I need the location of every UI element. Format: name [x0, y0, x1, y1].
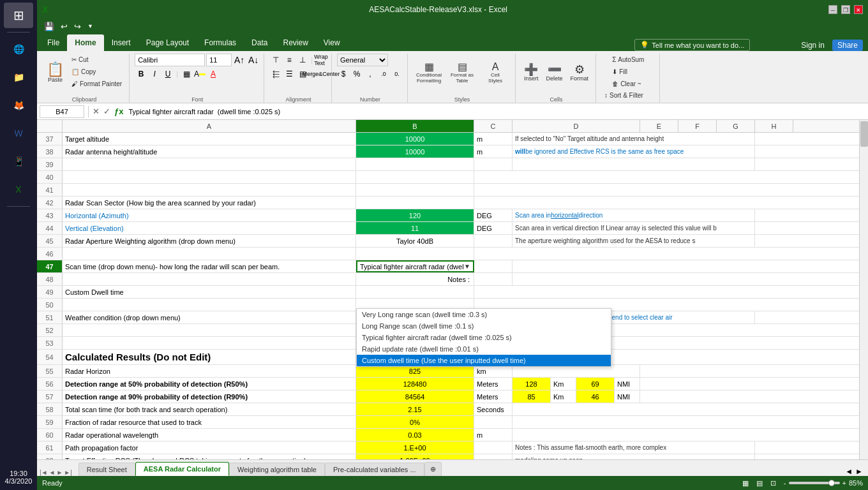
- cell-b40[interactable]: [356, 171, 474, 183]
- cell-b58[interactable]: 2.15: [356, 403, 474, 415]
- cell-a48[interactable]: [63, 273, 356, 285]
- row-num-49[interactable]: 49: [37, 286, 63, 298]
- sort-filter-btn[interactable]: ↕Sort & Filter: [601, 89, 647, 101]
- redo-quick-btn[interactable]: ↪: [72, 22, 83, 31]
- cell-a52[interactable]: [63, 324, 356, 336]
- row-num-61[interactable]: 61: [37, 442, 63, 454]
- zoom-thumb[interactable]: [828, 480, 835, 486]
- cell-b47[interactable]: Typical fighter aircraft radar (dwell ti…: [356, 260, 474, 272]
- cell-b62[interactable]: 1.00E+00: [356, 454, 474, 459]
- middle-align-btn[interactable]: ≡: [283, 54, 296, 66]
- cell-c39[interactable]: [474, 158, 513, 170]
- cell-d57[interactable]: 85: [513, 390, 551, 403]
- prev-area-btn[interactable]: ◄: [845, 467, 853, 476]
- page-break-view-btn[interactable]: ⊡: [770, 479, 776, 487]
- cell-c62[interactable]: sqm: [474, 454, 513, 459]
- cell-a46[interactable]: [63, 248, 356, 260]
- cell-a58[interactable]: Total scan time (for both track and sear…: [63, 403, 356, 415]
- cell-b60[interactable]: 0.03: [356, 429, 474, 441]
- cell-b45[interactable]: Taylor 40dB: [356, 235, 474, 247]
- border-button[interactable]: ▦: [180, 68, 193, 80]
- tab-formulas[interactable]: Formulas: [197, 34, 244, 51]
- paste-button[interactable]: 📋 Paste: [43, 54, 67, 92]
- tab-page-layout[interactable]: Page Layout: [138, 34, 197, 51]
- cell-g56[interactable]: NMI: [615, 378, 640, 390]
- row-num-41[interactable]: 41: [37, 184, 63, 196]
- cell-d43[interactable]: Scan area in horizontal direction: [513, 209, 755, 221]
- cell-a51[interactable]: Weather condition (drop down menu): [63, 311, 356, 323]
- row-num-50[interactable]: 50: [37, 299, 63, 311]
- tab-insert[interactable]: Insert: [104, 34, 138, 51]
- tab-result-sheet[interactable]: Result Sheet: [79, 463, 135, 476]
- font-size-selector[interactable]: [206, 54, 232, 66]
- cell-a60[interactable]: Radar operational wavelength: [63, 429, 356, 441]
- zoom-slider[interactable]: - + 85%: [784, 479, 863, 487]
- dollar-btn[interactable]: $: [337, 68, 350, 80]
- taskbar-excel[interactable]: X: [4, 177, 33, 202]
- row-num-54[interactable]: 54: [37, 350, 63, 364]
- cell-c60[interactable]: m: [474, 429, 513, 441]
- cell-d39[interactable]: [513, 158, 755, 170]
- dropdown-item-2[interactable]: Typical fighter aircraft radar (dwell ti…: [357, 332, 611, 343]
- format-btn[interactable]: ⚙ Format: [567, 54, 592, 92]
- cell-a43[interactable]: Horizontal (Azimuth): [63, 209, 356, 221]
- cell-c61[interactable]: [474, 442, 513, 454]
- cell-d56[interactable]: 128: [513, 378, 551, 390]
- cell-a61[interactable]: Path propagation factor: [63, 442, 356, 454]
- row-num-60[interactable]: 60: [37, 429, 63, 441]
- merge-center-btn[interactable]: Merge&Center: [315, 68, 327, 80]
- format-as-table-btn[interactable]: ▤ Format asTable: [446, 54, 478, 92]
- cell-b46[interactable]: [356, 248, 474, 260]
- tab-review[interactable]: Review: [275, 34, 315, 51]
- row-num-40[interactable]: 40: [37, 171, 63, 183]
- dropdown-item-0[interactable]: Very Long range scan (dwell time :0.3 s): [357, 309, 611, 320]
- row-num-51[interactable]: 51: [37, 311, 63, 323]
- cell-a42[interactable]: Radar Scan Sector (How big the area scan…: [63, 197, 356, 209]
- cell-a49[interactable]: Custom Dwell time: [63, 286, 356, 298]
- dropdown-item-1[interactable]: Long Range scan (dwell time :0.1 s): [357, 320, 611, 332]
- cell-g57[interactable]: NMI: [615, 390, 640, 403]
- row-num-44[interactable]: 44: [37, 222, 63, 234]
- cancel-formula-icon[interactable]: ✕: [93, 107, 100, 116]
- cell-d62[interactable]: modeling come up soon: [513, 454, 755, 459]
- cell-f56[interactable]: 69: [576, 378, 615, 390]
- close-button[interactable]: ✕: [854, 5, 863, 14]
- cell-styles-btn[interactable]: A CellStyles: [479, 54, 511, 92]
- row-num-52[interactable]: 52: [37, 324, 63, 336]
- cell-a41[interactable]: [63, 184, 356, 196]
- row-num-62[interactable]: 62: [37, 454, 63, 459]
- row-num-56[interactable]: 56: [37, 378, 63, 390]
- conditional-formatting-btn[interactable]: ▦ ConditionalFormatting: [413, 54, 445, 92]
- window-controls[interactable]: ─ ❐ ✕: [828, 5, 863, 14]
- formula-input[interactable]: [126, 108, 865, 115]
- col-header-d[interactable]: D: [513, 120, 640, 132]
- number-format-selector[interactable]: General: [337, 54, 388, 66]
- tell-me-input[interactable]: 💡 Tell me what you want to do...: [634, 39, 750, 51]
- windows-taskbar[interactable]: ⊞ 🌐 📁 🦊 W 📱 X 19:30 4/3/2020: [0, 0, 37, 490]
- cell-a40[interactable]: [63, 171, 356, 183]
- cell-reference-box[interactable]: [40, 105, 84, 118]
- zoom-plus-btn[interactable]: +: [842, 479, 846, 487]
- cell-b48[interactable]: Notes :: [356, 273, 474, 285]
- cell-b38[interactable]: 10000: [356, 145, 474, 158]
- cell-c59[interactable]: [474, 416, 513, 428]
- share-button[interactable]: Share: [832, 40, 863, 51]
- delete-btn[interactable]: ➖ Delete: [543, 54, 566, 92]
- confirm-formula-icon[interactable]: ✓: [103, 107, 110, 116]
- cell-b39[interactable]: [356, 158, 474, 170]
- insert-btn[interactable]: ➕ Insert: [521, 54, 542, 92]
- col-header-a[interactable]: A: [63, 120, 356, 132]
- cell-b42[interactable]: [356, 197, 474, 209]
- row-num-53[interactable]: 53: [37, 337, 63, 349]
- row-num-38[interactable]: 38: [37, 145, 63, 158]
- cell-b49[interactable]: [356, 286, 474, 298]
- cell-a47[interactable]: Scan time (drop down menu)- how long the…: [63, 260, 356, 272]
- cell-c48[interactable]: [474, 273, 513, 285]
- tab-weighting[interactable]: Weighting algorithm table: [229, 463, 325, 476]
- cell-b44[interactable]: 11: [356, 222, 474, 234]
- fill-btn[interactable]: ⬇Fill: [609, 66, 631, 77]
- font-name-selector[interactable]: [135, 54, 205, 66]
- row-num-59[interactable]: 59: [37, 416, 63, 428]
- percent-btn[interactable]: %: [350, 68, 363, 80]
- row-num-57[interactable]: 57: [37, 390, 63, 403]
